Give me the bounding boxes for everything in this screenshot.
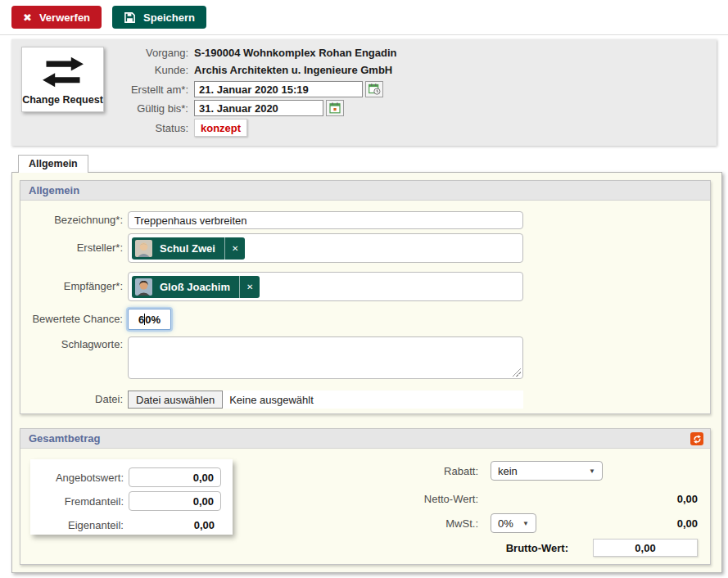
close-icon: ✕: [232, 244, 238, 253]
save-button[interactable]: Speichern: [112, 6, 206, 29]
mwst-row: MwSt.: 0% ▼ 0,00: [394, 513, 698, 533]
bewertete-chance-input[interactable]: 6 0%: [128, 309, 171, 330]
gesamtbetrag-section: Gesamtbetrag Angebotswert: 0,00: [20, 428, 711, 565]
netto-row: Netto-Wert: 0,00: [394, 489, 698, 508]
fremdanteil-input[interactable]: 0,00: [129, 491, 221, 511]
schlagworte-label: Schlagworte:: [20, 336, 123, 353]
kunde-row: Kunde: Archis Architekten u. Ingenieure …: [11, 64, 392, 76]
erstellt-am-row: Erstellt am*: 21. Januar 2020 15:19: [11, 81, 383, 97]
gesamtbetrag-section-title: Gesamtbetrag: [29, 432, 100, 445]
brutto-row: Brutto-Wert: 0,00: [394, 538, 698, 558]
eigenanteil-value: 0,00: [129, 519, 221, 531]
vorgang-value: S-190004 Wohnkomplex Rohan Engadin: [194, 47, 397, 59]
tab-bar: Allgemein: [18, 155, 88, 173]
vorgang-row: Vorgang: S-190004 Wohnkomplex Rohan Enga…: [11, 47, 397, 59]
schlagworte-row: Schlagworte:: [20, 336, 710, 379]
fremdanteil-label: Fremdanteil:: [42, 495, 124, 508]
angebotswert-row: Angebotswert: 0,00: [42, 467, 221, 487]
mwst-label: MwSt.:: [394, 517, 478, 530]
datei-row: Datei: Datei auswählen Keine ausgewählt: [20, 391, 710, 409]
chevron-down-icon: ▼: [589, 467, 595, 475]
allgemein-section-title: Allgemein: [29, 184, 79, 196]
discard-button-label: Verwerfen: [39, 11, 90, 24]
status-row: Status: konzept: [11, 119, 247, 137]
status-value: konzept: [201, 122, 241, 134]
divider: [0, 34, 728, 35]
x-icon: ✖: [23, 12, 32, 23]
empfaenger-label: Empfänger*:: [20, 278, 123, 295]
ersteller-input[interactable]: Schul Zwei ✕: [128, 233, 523, 263]
amounts-card: Angebotswert: 0,00 Fremdanteil: 0,00 Eig…: [30, 459, 233, 535]
vorgang-label: Vorgang:: [11, 47, 188, 59]
mwst-amount: 0,00: [677, 517, 698, 530]
status-badge: konzept: [194, 119, 247, 137]
angebotswert-label: Angebotswert:: [42, 472, 124, 484]
mwst-selected-value: 0%: [498, 517, 513, 530]
bezeichnung-input[interactable]: Treppenhaus verbreiten: [128, 211, 523, 229]
status-label: Status:: [11, 122, 188, 134]
file-status-text: Keine ausgewählt: [229, 394, 314, 406]
bezeichnung-row: Bezeichnung*: Treppenhaus verbreiten: [20, 211, 710, 229]
avatar: [135, 278, 152, 296]
datei-label: Datei:: [20, 391, 123, 408]
remove-empfaenger-button[interactable]: ✕: [239, 276, 260, 298]
netto-label: Netto-Wert:: [394, 493, 478, 505]
discard-button[interactable]: ✖ Verwerfen: [11, 6, 102, 29]
main-panel: Allgemein Bezeichnung*: Treppenhaus verb…: [11, 172, 722, 573]
gueltig-bis-label: Gültig bis*:: [11, 102, 188, 115]
netto-value: 0,00: [677, 493, 698, 505]
datei-auswaehlen-button[interactable]: Datei auswählen: [128, 391, 223, 409]
angebotswert-input[interactable]: 0,00: [129, 467, 221, 487]
eigenanteil-row: Eigenanteil: 0,00: [42, 515, 221, 535]
ersteller-row: Ersteller*: Schul Zwei ✕: [20, 233, 710, 263]
toolbar: ✖ Verwerfen Speichern: [11, 6, 206, 29]
floppy-disk-icon: [124, 11, 136, 24]
rabatt-label: Rabatt:: [394, 465, 478, 477]
calendar-clock-button[interactable]: [365, 81, 383, 97]
avatar: [135, 240, 152, 257]
record-header: Change Request Vorgang: S-190004 Wohnkom…: [11, 39, 717, 146]
empfaenger-tag-label: Gloß Joachim: [160, 281, 239, 293]
erstellt-am-input[interactable]: 21. Januar 2020 15:19: [194, 81, 363, 97]
recalculate-button[interactable]: [690, 432, 703, 445]
close-icon: ✕: [246, 282, 253, 291]
chance-value-right: 0%: [145, 314, 161, 326]
file-input-area: Datei auswählen Keine ausgewählt: [128, 391, 523, 409]
totals-column: Rabatt: kein ▼ Netto-Wert: 0,00 MwSt.: 0…: [394, 461, 698, 558]
brutto-wert-input[interactable]: 0,00: [593, 539, 698, 557]
empfaenger-person-tag: Gloß Joachim ✕: [132, 276, 260, 298]
allgemein-section: Allgemein Bezeichnung*: Treppenhaus verb…: [20, 180, 711, 414]
chevron-down-icon: ▼: [522, 520, 529, 527]
chance-row: Bewertete Chance: 6 0%: [20, 309, 710, 330]
save-button-label: Speichern: [143, 11, 195, 24]
mwst-select[interactable]: 0% ▼: [491, 513, 536, 533]
calendar-clock-icon: [369, 84, 381, 95]
eigenanteil-label: Eigenanteil:: [42, 519, 124, 531]
rabatt-selected-value: kein: [498, 465, 518, 477]
brutto-label: Brutto-Wert:: [506, 542, 568, 554]
fremdanteil-row: Fremdanteil: 0,00: [42, 491, 221, 511]
calendar-button[interactable]: [326, 100, 344, 116]
gesamtbetrag-section-header: Gesamtbetrag: [20, 429, 710, 449]
gueltig-bis-row: Gültig bis*: 31. Januar 2020: [11, 100, 344, 116]
schlagworte-textarea[interactable]: [128, 336, 523, 379]
empfaenger-row: Empfänger*: Gloß Joachim ✕: [20, 272, 710, 301]
empfaenger-input[interactable]: Gloß Joachim ✕: [128, 272, 523, 301]
allgemein-section-header: Allgemein: [20, 181, 710, 201]
erstellt-am-label: Erstellt am*:: [11, 84, 188, 96]
tab-allgemein[interactable]: Allgemein: [18, 155, 88, 173]
ersteller-tag-label: Schul Zwei: [160, 242, 224, 255]
kunde-value: Archis Architekten u. Ingenieure GmbH: [194, 64, 392, 76]
calendar-icon: [329, 102, 341, 114]
resize-handle[interactable]: [513, 368, 521, 377]
chance-value-left: 6: [138, 314, 144, 326]
ersteller-person-tag: Schul Zwei ✕: [132, 237, 245, 260]
chance-label: Bewertete Chance:: [20, 311, 123, 327]
remove-ersteller-button[interactable]: ✕: [224, 237, 245, 260]
bezeichnung-label: Bezeichnung*:: [20, 212, 123, 228]
rabatt-row: Rabatt: kein ▼: [394, 461, 698, 481]
kunde-label: Kunde:: [11, 64, 188, 76]
gueltig-bis-input[interactable]: 31. Januar 2020: [194, 100, 323, 116]
rabatt-select[interactable]: kein ▼: [491, 461, 603, 481]
refresh-icon: [693, 435, 702, 444]
